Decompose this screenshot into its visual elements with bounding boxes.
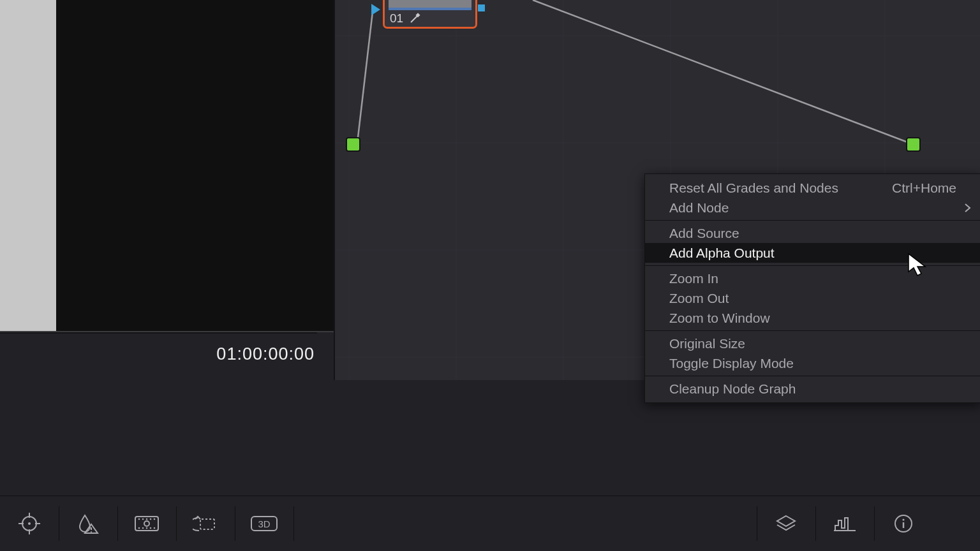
- rotate-rect-icon: [193, 513, 218, 534]
- menu-label: Zoom to Window: [669, 311, 770, 326]
- menu-label: Original Size: [669, 336, 745, 351]
- menu-item-zoom-to-window[interactable]: Zoom to Window: [645, 308, 980, 328]
- svg-point-31: [150, 527, 152, 529]
- 3d-badge-icon: 3D: [249, 513, 279, 534]
- svg-point-29: [142, 527, 144, 529]
- 3d-badge-label: 3D: [258, 518, 270, 529]
- svg-line-12: [411, 15, 418, 22]
- menu-label: Toggle Display Mode: [669, 356, 794, 371]
- film-strip-icon: [133, 513, 160, 534]
- graph-input-dot[interactable]: [346, 137, 360, 152]
- node-input-triangle-icon[interactable]: [371, 4, 380, 15]
- svg-point-27: [154, 518, 156, 520]
- histogram-icon: [833, 514, 857, 533]
- toolbar-separator: [293, 506, 294, 541]
- info-button[interactable]: [874, 496, 933, 551]
- timecode-display: 01:00:00:00: [0, 344, 334, 364]
- menu-separator: [645, 330, 980, 331]
- tracker-button[interactable]: [176, 496, 235, 551]
- svg-point-33: [144, 521, 149, 526]
- menu-separator: [645, 265, 980, 266]
- svg-point-24: [142, 518, 144, 520]
- scopes-button[interactable]: [815, 496, 874, 551]
- qualifier-button[interactable]: [0, 496, 59, 551]
- info-icon: [893, 513, 914, 534]
- menu-item-toggle-display-mode[interactable]: Toggle Display Mode: [645, 353, 980, 373]
- keyframes-button[interactable]: [757, 496, 815, 551]
- color-picker-icon: [409, 13, 420, 24]
- svg-point-39: [902, 518, 904, 520]
- menu-shortcut: Ctrl+Home: [892, 180, 956, 196]
- menu-label: Reset All Grades and Nodes: [669, 180, 838, 196]
- droplet-warning-icon: [76, 511, 100, 536]
- crosshair-icon: [17, 511, 41, 536]
- svg-point-30: [146, 527, 148, 529]
- viewer-border-shadow: [0, 332, 317, 334]
- bottom-toolbar: 3D: [0, 496, 980, 551]
- node-graph-context-menu: Reset All Grades and Nodes Ctrl+Home Add…: [644, 173, 980, 403]
- menu-label: Zoom Out: [669, 291, 729, 306]
- menu-item-reset[interactable]: Reset All Grades and Nodes Ctrl+Home: [645, 178, 980, 198]
- 3d-button[interactable]: 3D: [235, 496, 293, 551]
- menu-label: Add Node: [669, 200, 729, 216]
- menu-label: Add Source: [669, 226, 739, 241]
- menu-item-add-alpha-output[interactable]: Add Alpha Output: [645, 243, 980, 263]
- viewer-panel: [56, 0, 334, 332]
- svg-point-19: [28, 522, 31, 525]
- menu-item-zoom-out[interactable]: Zoom Out: [645, 288, 980, 308]
- menu-label: Zoom In: [669, 271, 718, 286]
- menu-item-add-node[interactable]: Add Node: [645, 198, 980, 217]
- svg-marker-36: [777, 516, 795, 526]
- svg-line-10: [357, 6, 373, 143]
- color-warper-button[interactable]: [59, 496, 117, 551]
- windows-button[interactable]: [117, 496, 176, 551]
- menu-item-zoom-in[interactable]: Zoom In: [645, 268, 980, 288]
- node-thumbnail-bar: [389, 8, 471, 10]
- menu-item-original-size[interactable]: Original Size: [645, 334, 980, 353]
- menu-item-add-source[interactable]: Add Source: [645, 223, 980, 243]
- svg-point-21: [91, 531, 92, 533]
- viewer-light-strip: [0, 0, 56, 332]
- svg-point-25: [146, 518, 148, 520]
- corrector-node-01[interactable]: 01: [383, 0, 477, 29]
- menu-item-cleanup-node-graph[interactable]: Cleanup Node Graph: [645, 379, 980, 399]
- chevron-right-icon: [964, 202, 972, 214]
- menu-label: Add Alpha Output: [669, 246, 775, 261]
- svg-point-28: [138, 527, 140, 529]
- svg-line-11: [533, 0, 909, 143]
- svg-point-26: [150, 518, 152, 520]
- node-key-output-icon[interactable]: [478, 4, 485, 11]
- graph-output-dot[interactable]: [906, 137, 921, 152]
- svg-rect-34: [200, 519, 214, 529]
- svg-point-32: [154, 527, 156, 529]
- svg-point-23: [138, 518, 140, 520]
- stacked-diamond-icon: [773, 514, 799, 533]
- menu-separator: [645, 220, 980, 221]
- menu-separator: [645, 376, 980, 376]
- node-label: 01: [390, 11, 403, 26]
- menu-label: Cleanup Node Graph: [669, 381, 796, 397]
